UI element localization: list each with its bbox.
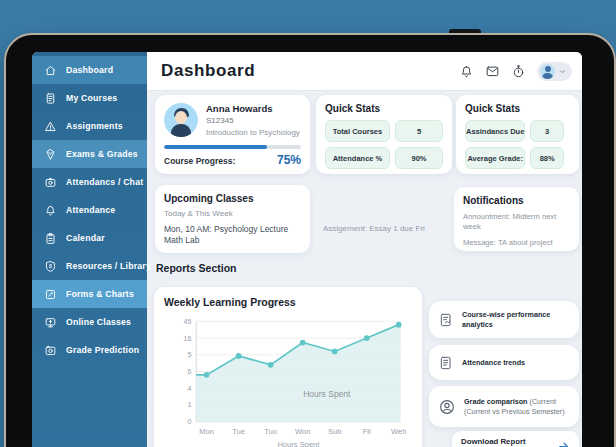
shield-icon	[44, 260, 57, 273]
ribbon-icon	[44, 148, 57, 161]
stat-label: Attendance %	[325, 147, 390, 169]
tablet-frame: Dashboard My Courses Assignments Exams &…	[4, 33, 616, 447]
sidebar-item-forms-charts[interactable]: Forms & Charts	[32, 280, 147, 308]
stat-label: Average Grade:	[465, 147, 525, 169]
quick-stats-card-1: Quick Stats Total Courses 5 Attendance %…	[316, 95, 452, 174]
svg-text:Tue: Tue	[232, 427, 245, 436]
profile-card: Anna Howards S12345 Introduction to Psyc…	[155, 95, 310, 174]
progress-label: Course Progress:	[164, 156, 235, 166]
svg-text:Won: Won	[295, 427, 310, 436]
progress-value: 75%	[277, 153, 301, 167]
card-title: Quick Stats	[325, 103, 443, 114]
report-document-icon	[438, 355, 454, 371]
svg-text:Tuo: Tuo	[264, 427, 277, 436]
sidebar-item-resources-library[interactable]: Resources / Library	[32, 252, 147, 280]
weekly-progress-svg: 014651645MonTueTuoWonSubFllWehHours Spen…	[164, 310, 412, 447]
svg-text:6: 6	[188, 368, 192, 376]
report-link-label: Course-wise performance analytics	[462, 310, 570, 329]
camera-chat-icon	[44, 176, 57, 189]
page-title: Dashboard	[161, 61, 255, 81]
form-pencil-icon	[44, 288, 57, 301]
stat-value: 90%	[395, 147, 443, 169]
mail-icon[interactable]	[485, 64, 500, 79]
sidebar-item-dashboard[interactable]: Dashboard	[32, 56, 147, 84]
home-icon	[44, 64, 57, 77]
stat-value: 5	[395, 120, 443, 142]
upcoming-classes-card: Upcoming Classes Today & This Week Mon, …	[155, 185, 310, 253]
card-title: Upcoming Classes	[164, 193, 301, 204]
student-name: Anna Howards	[206, 103, 300, 114]
report-link-grade-comparison[interactable]: Grade comparison (Current(Current vs Pre…	[429, 386, 579, 427]
warning-triangle-icon	[44, 120, 57, 133]
timer-icon[interactable]	[511, 64, 526, 79]
sidebar-item-grade-prediction[interactable]: Grade Prediction	[32, 336, 147, 364]
sidebar-item-online-classes[interactable]: Online Classes	[32, 308, 147, 336]
card-title: Quick Stats	[465, 103, 570, 114]
student-id: S12345	[206, 116, 300, 125]
svg-text:1: 1	[188, 401, 192, 409]
stat-label: Total Courses	[325, 120, 390, 142]
report-document-icon	[438, 312, 454, 328]
chart-title: Weekly Learning Progress	[164, 296, 412, 308]
report-link-label: Attendance trends	[462, 358, 525, 367]
stat-label: Assindancs Due	[465, 120, 525, 142]
camera-icon	[44, 344, 57, 357]
sidebar-item-assignments[interactable]: Assignments	[32, 112, 147, 140]
upcoming-entry: Mon, 10 AM: Psychology Lecture Math Lab	[164, 224, 296, 247]
page-background: Dashboard My Courses Assignments Exams &…	[0, 0, 616, 447]
svg-text:16: 16	[184, 335, 192, 343]
svg-text:Weh: Weh	[391, 427, 406, 436]
sidebar: Dashboard My Courses Assignments Exams &…	[32, 52, 147, 447]
sidebar-item-exams-grades[interactable]: Exams & Grades	[32, 140, 147, 168]
student-avatar	[164, 103, 198, 137]
report-link-label: Grade comparison (Current(Current vs Pre…	[464, 397, 565, 416]
sidebar-item-attendance-chat[interactable]: Attendancs / Chat	[32, 168, 147, 196]
svg-text:Hours Spent: Hours Spent	[303, 389, 351, 399]
screen-share-icon	[44, 316, 57, 329]
chevron-down-icon	[558, 67, 567, 76]
dashboard-content: Anna Howards S12345 Introduction to Psyc…	[147, 90, 582, 447]
svg-text:Hours Spent: Hours Spent	[277, 440, 320, 447]
stat-value: 3	[530, 120, 564, 142]
app-screen: Dashboard My Courses Assignments Exams &…	[32, 52, 582, 447]
student-course: Introduction to Psychology	[206, 128, 300, 137]
sidebar-item-calendar[interactable]: Calendar	[32, 224, 147, 252]
svg-text:5: 5	[188, 351, 192, 359]
document-icon	[44, 92, 57, 105]
quick-stats-card-2: Quick Stats Assindancs Due 3 Average Gra…	[456, 95, 579, 174]
bell-icon	[44, 204, 57, 217]
person-circle-icon	[438, 398, 456, 416]
svg-text:Mon: Mon	[199, 427, 214, 436]
card-title: Notifications	[463, 195, 570, 206]
avatar	[540, 64, 555, 79]
download-report-button[interactable]: Download Report (PDF/CSV)	[452, 431, 579, 447]
download-report-label: Download Report (PDF/CSV)	[461, 437, 557, 447]
svg-text:Sub: Sub	[328, 427, 341, 436]
weekly-progress-card: Weekly Learning Progress 014651645MonTue…	[154, 287, 422, 447]
reports-section-title: Reports Section	[156, 262, 237, 274]
assignment-note: Assigement: Essay 1 due Fri	[323, 224, 425, 233]
svg-text:Fll: Fll	[363, 427, 371, 436]
sidebar-item-attendance[interactable]: Attendance	[32, 196, 147, 224]
upcoming-subtitle: Today & This Week	[164, 209, 301, 218]
svg-text:4: 4	[188, 385, 192, 393]
user-menu[interactable]	[537, 62, 572, 81]
sidebar-item-my-courses[interactable]: My Courses	[32, 84, 147, 112]
report-link-course-analytics[interactable]: Course-wise performance analytics	[429, 301, 579, 338]
svg-text:45: 45	[184, 318, 192, 326]
bell-icon[interactable]	[459, 64, 474, 79]
progress-fill	[164, 145, 267, 149]
svg-text:0: 0	[188, 418, 192, 426]
notification-item: Message: TA about project	[463, 238, 570, 248]
arrow-right-icon	[557, 440, 570, 447]
report-link-attendance-trends[interactable]: Attendance trends	[429, 345, 579, 380]
notifications-card: Notifications Annountment: Midterm next …	[454, 187, 579, 251]
main-area: Dashboard	[147, 52, 582, 447]
stat-value: 88%	[530, 147, 564, 169]
course-progress-bar	[164, 145, 301, 149]
notification-item: Annountment: Midterm next week	[463, 212, 570, 232]
main-header: Dashboard	[147, 52, 582, 91]
clipboard-icon	[44, 232, 57, 245]
